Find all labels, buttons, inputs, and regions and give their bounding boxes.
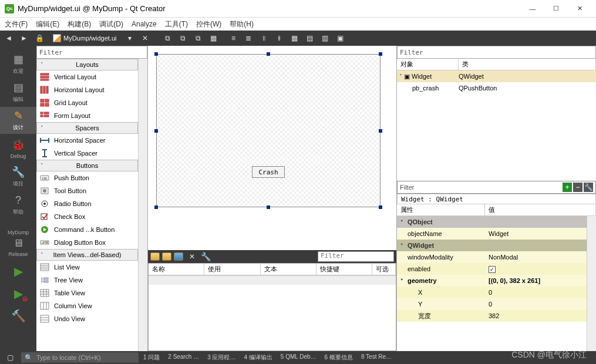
item-undoview[interactable]: Undo View — [36, 312, 138, 325]
item-hspacer[interactable]: Horizontal Spacer — [36, 134, 138, 147]
maximize-button[interactable]: ☐ — [544, 1, 568, 17]
resize-handle[interactable] — [267, 205, 270, 209]
prop-windowmodality[interactable]: windowModalityNonModal — [397, 251, 587, 263]
wrench-icon[interactable]: 🔧 — [201, 252, 211, 261]
back-icon[interactable]: ◄ — [2, 32, 15, 44]
close-button[interactable]: ✕ — [568, 1, 591, 17]
open-file-tab[interactable]: MyDump/widget.ui — [48, 34, 121, 42]
item-commandbutton[interactable]: Command ...k Button — [36, 223, 138, 236]
col-checkable[interactable]: 可选 — [372, 264, 396, 275]
tool-grid-icon[interactable]: ▦ — [207, 32, 220, 44]
menu-debug[interactable]: 调试(D) — [99, 19, 123, 29]
folder-icon[interactable] — [150, 252, 160, 261]
resize-handle[interactable] — [154, 129, 158, 133]
layout-adjust-icon[interactable]: ▣ — [334, 32, 346, 44]
item-checkbox[interactable]: Check Box — [36, 210, 138, 223]
widgetbox-scrollbar[interactable] — [138, 59, 147, 351]
objinsp-filter[interactable]: Filter — [397, 46, 596, 59]
col-use[interactable]: 使用 — [204, 264, 260, 275]
run-button[interactable]: ▶ — [0, 261, 36, 282]
menu-analyze[interactable]: Analyze — [132, 20, 157, 28]
item-columnview[interactable]: Column View — [36, 299, 138, 312]
menu-tools[interactable]: 工具(T) — [165, 19, 188, 29]
tool-copy-icon[interactable]: ⧉ — [161, 32, 174, 44]
item-toolbutton[interactable]: Tool Button — [36, 184, 138, 197]
propcol-name[interactable]: 属性 — [397, 204, 485, 215]
mode-welcome[interactable]: ▦欢迎 — [0, 50, 36, 77]
menu-build[interactable]: 构建(B) — [68, 19, 91, 29]
objcol-object[interactable]: 对象 — [397, 59, 459, 70]
obj-row-widget[interactable]: ˅▣Widget QWidget — [397, 70, 596, 82]
status-general[interactable]: 6 概要信息 — [325, 353, 353, 362]
cat-layouts[interactable]: ˅Layouts — [36, 59, 138, 70]
resize-handle[interactable] — [154, 205, 158, 209]
item-gridlayout[interactable]: Grid Layout — [36, 96, 138, 109]
prop-geometry-y[interactable]: Y0 — [397, 298, 587, 310]
prop-enabled[interactable]: enabled✓ — [397, 263, 587, 275]
mode-edit[interactable]: ▤编辑 — [0, 79, 36, 106]
item-radiobutton[interactable]: Radio Button — [36, 197, 138, 210]
cat-spacers[interactable]: ˅Spacers — [36, 122, 138, 134]
status-app[interactable]: 3 应用程… — [207, 353, 235, 362]
prop-scrollbar[interactable] — [587, 216, 596, 351]
fwd-icon[interactable]: ► — [18, 32, 31, 44]
prop-geometry-x[interactable]: X0 — [397, 287, 587, 298]
remove-prop-icon[interactable]: − — [573, 183, 582, 192]
item-vspacer[interactable]: Vertical Spacer — [36, 147, 138, 160]
col-shortcut[interactable]: 快捷键 — [316, 264, 372, 275]
form-widget[interactable]: Crash — [156, 54, 381, 207]
build-button[interactable]: 🔨 — [0, 305, 36, 326]
run-debug-button[interactable]: ▶🐞 — [0, 283, 36, 304]
layout-v-icon[interactable]: ≣ — [242, 32, 255, 44]
prop-filter[interactable]: Filter + − 🔧 — [397, 181, 596, 194]
status-test[interactable]: 8 Test Re… — [361, 353, 392, 362]
obj-row-pbcrash[interactable]: pb_crash QPushButton — [397, 82, 596, 94]
lock-icon[interactable]: 🔒 — [33, 32, 46, 44]
mode-help[interactable]: ?帮助 — [0, 191, 36, 218]
item-dialogbuttonbox[interactable]: Dialog Button Box — [36, 236, 138, 249]
dropdown-icon[interactable]: ▾ — [123, 32, 136, 44]
locator-input[interactable]: 🔍Type to locate (Ctrl+K) — [21, 352, 139, 363]
tool-paste-icon[interactable]: ⧉ — [191, 32, 204, 44]
status-qml[interactable]: 5 QML Deb… — [281, 353, 316, 362]
menu-widgets[interactable]: 控件(W) — [196, 19, 221, 29]
item-formlayout[interactable]: Form Layout — [36, 109, 138, 122]
cat-itemviews[interactable]: ˅Item Views...del-Based) — [36, 249, 138, 261]
col-name[interactable]: 名称 — [149, 264, 204, 275]
propcol-value[interactable]: 值 — [485, 204, 596, 215]
objcol-class[interactable]: 类 — [459, 59, 596, 70]
tool-cut-icon[interactable]: ⧉ — [176, 32, 189, 44]
mode-projects[interactable]: 🔧项目 — [0, 163, 36, 190]
item-listview[interactable]: List View — [36, 261, 138, 274]
prop-objectname[interactable]: objectNameWidget — [397, 228, 587, 240]
delete-icon[interactable]: ✕ — [186, 251, 198, 262]
crash-button[interactable]: Crash — [252, 166, 285, 178]
resize-handle[interactable] — [379, 205, 382, 209]
resize-handle[interactable] — [267, 52, 270, 56]
mode-debug[interactable]: 🐞Debug — [0, 135, 36, 162]
add-prop-icon[interactable]: + — [563, 183, 572, 192]
layout-h-icon[interactable]: ≡ — [227, 32, 240, 44]
checkbox-icon[interactable]: ✓ — [489, 266, 496, 273]
resize-handle[interactable] — [154, 52, 158, 56]
menu-edit[interactable]: 编辑(E) — [36, 19, 59, 29]
status-issues[interactable]: 1 问题 — [143, 353, 160, 362]
action-hscroll[interactable] — [149, 275, 396, 285]
layout-split-h-icon[interactable]: ⫴ — [257, 32, 270, 44]
item-treeview[interactable]: Tree View — [36, 274, 138, 287]
item-hlayout[interactable]: Horizontal Layout — [36, 83, 138, 96]
status-search[interactable]: 2 Search … — [168, 353, 199, 362]
resize-handle[interactable] — [379, 52, 382, 56]
prop-geometry-width[interactable]: 宽度382 — [397, 310, 587, 322]
kit-selector[interactable]: MyDump🖥Release — [0, 227, 36, 259]
col-text[interactable]: 文本 — [261, 264, 316, 275]
cat-buttons[interactable]: ˅Buttons — [36, 160, 138, 171]
status-compile[interactable]: 4 编译输出 — [244, 353, 272, 362]
menu-file[interactable]: 文件(F) — [5, 19, 28, 29]
prop-group-qwidget[interactable]: ˅QWidget — [397, 240, 587, 251]
config-prop-icon[interactable]: 🔧 — [584, 183, 593, 192]
prop-group-qobject[interactable]: ˅QObject — [397, 216, 587, 228]
folder-icon[interactable] — [174, 252, 183, 261]
toggle-sidebar-icon[interactable]: ▢ — [4, 352, 16, 363]
prop-geometry[interactable]: ˅geometry[(0, 0), 382 x 261] — [397, 275, 587, 287]
